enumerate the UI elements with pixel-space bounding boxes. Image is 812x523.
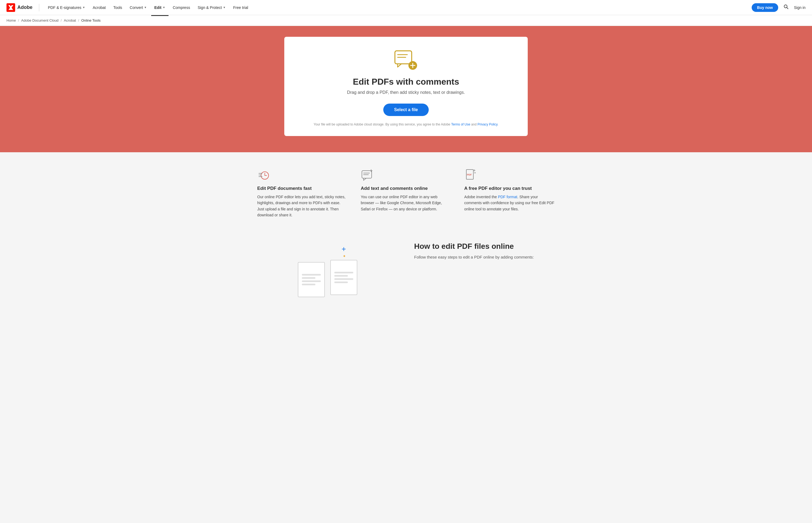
breadcrumb-current: Online Tools bbox=[81, 18, 100, 22]
feature-item-3: PDF A free PDF editor you can trust Adob… bbox=[464, 168, 555, 218]
pdf-doc-line bbox=[302, 277, 315, 279]
nav-item-convert[interactable]: Convert ▼ bbox=[127, 4, 150, 11]
search-button[interactable] bbox=[782, 3, 790, 12]
hero-disclaimer: Your file will be uploaded to Adobe clou… bbox=[295, 123, 517, 126]
nav-item-pdf-esignatures[interactable]: PDF & E-signatures ▼ bbox=[44, 4, 88, 11]
pdf-doc-line bbox=[302, 284, 315, 285]
nav-item-sign-protect[interactable]: Sign & Protect ▼ bbox=[195, 4, 229, 11]
plus-icon: + bbox=[342, 245, 346, 253]
hero-icon-container bbox=[295, 50, 517, 71]
hero-section: Edit PDFs with comments Drag and drop a … bbox=[0, 26, 812, 152]
breadcrumb-sep-2: / bbox=[60, 18, 62, 22]
pdf-doc-visual-1 bbox=[298, 262, 325, 297]
pdf-doc-line bbox=[334, 278, 353, 280]
hero-subtitle: Drag and drop a PDF, then add sticky not… bbox=[295, 90, 517, 95]
star-icon: ✦ bbox=[342, 254, 346, 258]
howto-content: + ✦ How to edit PDF files online Follow … bbox=[257, 240, 555, 297]
feature-icon-2 bbox=[361, 168, 451, 181]
feature-title-1: Edit PDF documents fast bbox=[257, 186, 348, 191]
navbar: Adobe PDF & E-signatures ▼ Acrobat Tools… bbox=[0, 0, 812, 15]
chevron-down-icon: ▼ bbox=[163, 6, 165, 9]
hero-title: Edit PDFs with comments bbox=[295, 77, 517, 87]
buy-now-button[interactable]: Buy now bbox=[752, 3, 778, 12]
disclaimer-text-after: . bbox=[498, 123, 498, 126]
svg-line-2 bbox=[787, 7, 788, 9]
edit-fast-icon bbox=[257, 168, 270, 181]
hero-card: Edit PDFs with comments Drag and drop a … bbox=[284, 37, 528, 136]
feature-icon-3: PDF bbox=[464, 168, 555, 181]
nav-item-edit[interactable]: Edit ▼ bbox=[151, 4, 168, 11]
navbar-nav: PDF & E-signatures ▼ Acrobat Tools Conve… bbox=[44, 4, 752, 11]
nav-item-free-trial[interactable]: Free trial bbox=[230, 4, 251, 11]
pdf-doc-visual-2 bbox=[330, 260, 357, 295]
svg-text:PDF: PDF bbox=[467, 173, 472, 176]
features-section: Edit PDF documents fast Our online PDF e… bbox=[0, 152, 812, 229]
chevron-down-icon: ▼ bbox=[144, 6, 147, 9]
sign-in-link[interactable]: Sign in bbox=[794, 5, 806, 10]
pdf-doc-line bbox=[302, 274, 321, 275]
feature-icon-1 bbox=[257, 168, 348, 181]
breadcrumb: Home / Adobe Document Cloud / Acrobat / … bbox=[0, 15, 812, 26]
breadcrumb-doc-cloud[interactable]: Adobe Document Cloud bbox=[21, 18, 58, 22]
feature-desc-3: Adobe invented the PDF format. Share you… bbox=[464, 194, 555, 212]
pdf-format-link[interactable]: PDF format bbox=[498, 195, 518, 199]
nav-item-compress[interactable]: Compress bbox=[169, 4, 193, 11]
nav-item-tools[interactable]: Tools bbox=[110, 4, 126, 11]
howto-subtitle: Follow these easy steps to edit a PDF on… bbox=[414, 254, 555, 260]
breadcrumb-acrobat[interactable]: Acrobat bbox=[64, 18, 76, 22]
navbar-actions: Buy now Sign in bbox=[752, 3, 806, 12]
disclaimer-text-mid: and bbox=[470, 123, 478, 126]
feature-item-1: Edit PDF documents fast Our online PDF e… bbox=[257, 168, 348, 218]
howto-visual: + ✦ bbox=[257, 240, 398, 297]
search-icon bbox=[783, 4, 789, 9]
feature-title-2: Add text and comments online bbox=[361, 186, 451, 191]
howto-title: How to edit PDF files online bbox=[414, 242, 555, 251]
adobe-logo[interactable]: Adobe bbox=[6, 3, 33, 12]
chevron-down-icon: ▼ bbox=[223, 6, 225, 9]
breadcrumb-sep-1: / bbox=[18, 18, 19, 22]
pdf-doc-lines bbox=[302, 274, 321, 285]
pdf-doc-line bbox=[334, 272, 353, 273]
trusted-pdf-icon: PDF bbox=[464, 168, 477, 181]
nav-item-acrobat[interactable]: Acrobat bbox=[90, 4, 109, 11]
terms-of-use-link[interactable]: Terms of Use bbox=[451, 123, 470, 126]
adobe-wordmark: Adobe bbox=[17, 5, 33, 10]
feature-desc-1: Our online PDF editor lets you add text,… bbox=[257, 194, 348, 218]
feature-desc-2: You can use our online PDF editor in any… bbox=[361, 194, 451, 212]
feature-title-3: A free PDF editor you can trust bbox=[464, 186, 555, 191]
pdf-doc-line bbox=[302, 281, 321, 282]
pdf-doc-lines-2 bbox=[334, 272, 353, 283]
pdf-doc-line bbox=[334, 282, 348, 283]
add-comments-icon bbox=[361, 168, 374, 181]
howto-section: + ✦ How to edit PDF files online Follow … bbox=[0, 229, 812, 303]
edit-comments-icon bbox=[394, 50, 418, 71]
privacy-policy-link[interactable]: Privacy Policy bbox=[477, 123, 498, 126]
pdf-doc-line bbox=[334, 275, 348, 277]
breadcrumb-sep-3: / bbox=[78, 18, 79, 22]
features-grid: Edit PDF documents fast Our online PDF e… bbox=[257, 168, 555, 218]
chevron-down-icon: ▼ bbox=[83, 6, 85, 9]
select-file-button[interactable]: Select a file bbox=[383, 104, 429, 116]
feature-item-2: Add text and comments online You can use… bbox=[361, 168, 451, 218]
howto-text: How to edit PDF files online Follow thes… bbox=[414, 240, 555, 260]
disclaimer-text-before: Your file will be uploaded to Adobe clou… bbox=[314, 123, 451, 126]
breadcrumb-home[interactable]: Home bbox=[6, 18, 16, 22]
adobe-logo-icon bbox=[6, 3, 15, 12]
feature-desc-3-before: Adobe invented the bbox=[464, 195, 498, 199]
